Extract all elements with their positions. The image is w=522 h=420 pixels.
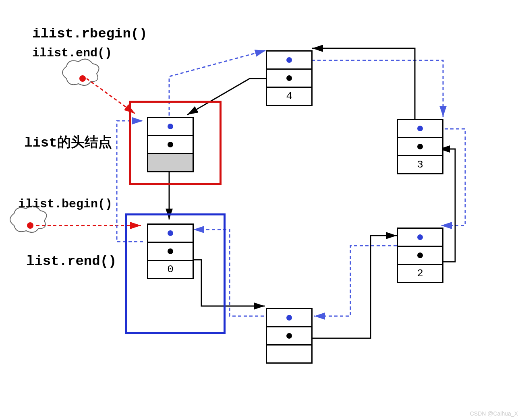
label-rbegin: ilist.rbegin() (32, 26, 147, 41)
arrow-end-ptr (87, 79, 135, 114)
watermark: CSDN @Caihua_X (470, 410, 518, 417)
dot-next (417, 252, 423, 258)
highlight-red (129, 101, 222, 185)
cloud-end (62, 59, 99, 85)
next-1-to-2 (298, 236, 397, 338)
dot-next (417, 144, 423, 149)
label-begin: ilist.begin() (18, 197, 112, 211)
node-3: 3 (397, 119, 443, 174)
dot-prev (286, 315, 292, 321)
prev-2-to-1 (314, 246, 397, 316)
dot-next (286, 75, 292, 81)
node-2: 2 (397, 228, 443, 283)
dot-next (286, 333, 292, 339)
label-head: list的头结点 (24, 133, 112, 151)
label-end: ilist.end() (32, 46, 112, 60)
node-2-value: 2 (398, 267, 442, 279)
svg-point-0 (79, 75, 86, 82)
label-rend: list.rend() (26, 254, 116, 269)
next-3-to-4 (312, 48, 415, 121)
diagram-stage: ilist.rbegin() ilist.end() list的头结点 ilis… (0, 0, 522, 420)
dot-prev (286, 57, 292, 63)
node-3-value: 3 (398, 159, 442, 171)
dot-prev (417, 126, 423, 131)
node-1 (266, 308, 313, 364)
node-4: 4 (266, 50, 313, 106)
dot-prev (417, 234, 423, 240)
prev-4-to-3 (306, 60, 443, 117)
node-4-value: 4 (267, 90, 311, 102)
svg-point-1 (27, 222, 33, 229)
highlight-blue (125, 213, 226, 334)
